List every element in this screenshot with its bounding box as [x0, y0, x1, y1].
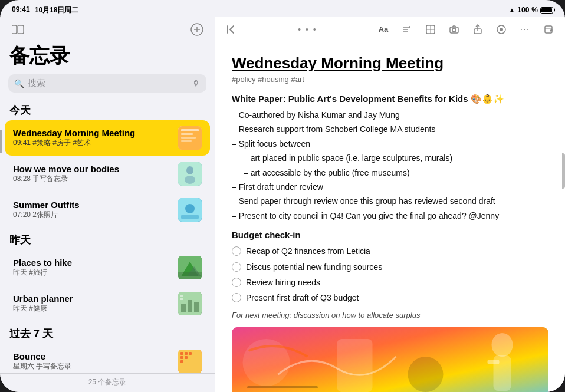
note-content: White Paper: Public Art's Development Be…	[232, 92, 548, 392]
note-item-bounce[interactable]: Bounce 星期六 手写备忘录	[5, 344, 210, 373]
status-right: ▲ 100 %	[508, 6, 553, 14]
note-item-summer[interactable]: Summer Outfits 07:20 2张照片	[5, 192, 210, 228]
svg-rect-28	[185, 352, 188, 355]
wifi-icon: ▲	[508, 6, 515, 14]
note-title-wednesday: Wednesday Morning Meeting	[13, 128, 172, 138]
search-placeholder: 搜索	[28, 78, 189, 89]
svg-rect-56	[337, 339, 373, 392]
svg-rect-32	[180, 360, 183, 363]
note-item-text: Wednesday Morning Meeting 09:41 #策略 #房子 …	[13, 128, 172, 148]
checkbox-item-3[interactable]: Review hiring needs	[232, 276, 548, 289]
note-item-text: Bounce 星期六 手写备忘录	[13, 351, 172, 371]
bullet-first-draft: – First draft under review	[232, 180, 548, 193]
note-subtitle-urban: 昨天 #健康	[13, 304, 172, 314]
main-layout: 备忘录 🔍 搜索 🎙 今天 Wednesday Morning Meeting …	[0, 17, 565, 392]
checkbox-label-4: Present first draft of Q3 budget	[246, 291, 359, 304]
highlight-button[interactable]	[493, 21, 510, 38]
detail-scroll[interactable]: Wednesday Morning Meeting #policy #housi…	[215, 42, 565, 392]
sidebar-toggle-button[interactable]	[9, 21, 26, 38]
note-subtitle-bodies: 08:28 手写备忘录	[13, 174, 172, 184]
note-tags: #policy #housing #art	[232, 75, 548, 84]
checkbox-item-2[interactable]: Discus potential new funding sources	[232, 261, 548, 274]
note-item-bodies[interactable]: How we move our bodies 08:28 手写备忘录	[5, 156, 210, 192]
svg-rect-29	[189, 352, 192, 355]
note-title-bounce: Bounce	[13, 351, 172, 361]
note-subtitle-hike: 昨天 #旅行	[13, 268, 172, 278]
battery-pct-symbol: %	[531, 6, 538, 14]
volume-button	[0, 130, 2, 153]
svg-rect-27	[180, 352, 183, 355]
bullet-send-paper: – Send paper through review once this gr…	[232, 195, 548, 207]
note-item-wednesday[interactable]: Wednesday Morning Meeting 09:41 #策略 #房子 …	[5, 120, 210, 156]
svg-point-14	[185, 204, 195, 213]
home-button	[562, 153, 565, 189]
new-note-button[interactable]	[189, 21, 205, 38]
section-yesterday: 昨天	[0, 228, 215, 249]
svg-point-47	[452, 28, 456, 32]
svg-point-11	[186, 166, 193, 174]
note-thumb-hike	[178, 256, 202, 279]
svg-rect-19	[178, 272, 202, 279]
ipad-frame: 09:41 10月18日周二 ▲ 100 %	[0, 0, 565, 392]
bullet-art-accessible: – art accessible by the public (free mus…	[232, 166, 548, 179]
section-today: 今天	[0, 98, 215, 120]
svg-rect-0	[12, 25, 17, 34]
note-thumb-bounce	[178, 350, 202, 373]
compose-button[interactable]	[540, 21, 557, 38]
note-subtitle-summer: 07:20 2张照片	[13, 210, 172, 220]
note-thumb-bodies	[178, 162, 202, 186]
note-title-hike: Places to hike	[13, 258, 172, 268]
note-item-text: How we move our bodies 08:28 手写备忘录	[13, 164, 172, 184]
format-text-button[interactable]: Aa	[375, 21, 392, 38]
sidebar: 备忘录 🔍 搜索 🎙 今天 Wednesday Morning Meeting …	[0, 17, 215, 392]
table-button[interactable]	[422, 21, 439, 38]
checkbox-label-1: Recap of Q2 finances from Leticia	[246, 245, 370, 258]
checkbox-label-2: Discus potential new funding sources	[246, 261, 382, 274]
svg-rect-30	[180, 356, 183, 359]
checklist-button[interactable]	[399, 21, 415, 38]
note-item-text: Places to hike 昨天 #旅行	[13, 258, 172, 278]
svg-rect-22	[188, 300, 192, 312]
toolbar-center: • • •	[298, 25, 317, 34]
checkbox-circle-1	[232, 246, 241, 256]
svg-rect-60	[488, 360, 500, 364]
camera-button[interactable]	[446, 21, 462, 38]
battery-percent: 100	[517, 6, 529, 14]
checkbox-item-4[interactable]: Present first draft of Q3 budget	[232, 291, 548, 304]
checkbox-circle-2	[232, 262, 241, 272]
bullet-coauthored: – Co-authored by Nisha Kumar and Jay Mun…	[232, 108, 548, 121]
note-thumb-wednesday	[178, 126, 202, 150]
mic-icon: 🎙	[192, 79, 201, 88]
note-subtitle-bounce: 星期六 手写备忘录	[13, 361, 172, 371]
bullet-art-public: – art placed in public space (i.e. large…	[232, 151, 548, 164]
svg-rect-24	[180, 295, 183, 297]
note-thumb-summer	[178, 198, 202, 222]
detail-pane: • • • Aa	[215, 17, 565, 392]
more-button[interactable]: ···	[517, 21, 533, 38]
note-item-urban[interactable]: Urban planner 昨天 #健康	[5, 286, 210, 321]
note-main-title: Wednesday Morning Meeting	[232, 54, 548, 73]
note-item-hike[interactable]: Places to hike 昨天 #旅行	[5, 250, 210, 285]
svg-rect-21	[181, 304, 186, 312]
battery-outline	[540, 7, 553, 14]
search-bar[interactable]: 🔍 搜索 🎙	[8, 74, 206, 93]
svg-point-57	[408, 357, 444, 392]
note-item-text: Urban planner 昨天 #健康	[13, 294, 172, 314]
battery-indicator	[540, 7, 553, 14]
back-button[interactable]	[224, 21, 240, 38]
checkbox-label-3: Review hiring needs	[246, 276, 320, 289]
status-left: 09:41 10月18日周二	[12, 5, 78, 15]
svg-rect-6	[181, 129, 199, 131]
note-title-urban: Urban planner	[13, 294, 172, 304]
meeting-image	[232, 327, 548, 392]
checkbox-item-1[interactable]: Recap of Q2 finances from Leticia	[232, 245, 548, 258]
home-indicator	[247, 386, 318, 388]
svg-rect-31	[185, 356, 188, 359]
svg-rect-23	[194, 302, 199, 312]
status-bar: 09:41 10月18日周二 ▲ 100 %	[0, 0, 565, 17]
note-subtitle-wednesday: 09:41 #策略 #房子 #艺术	[13, 138, 172, 148]
bullet-present: – Present to city council in Q4! Can you…	[232, 209, 548, 222]
svg-rect-7	[181, 133, 193, 135]
share-button[interactable]	[469, 21, 486, 38]
toolbar-left	[224, 21, 240, 38]
